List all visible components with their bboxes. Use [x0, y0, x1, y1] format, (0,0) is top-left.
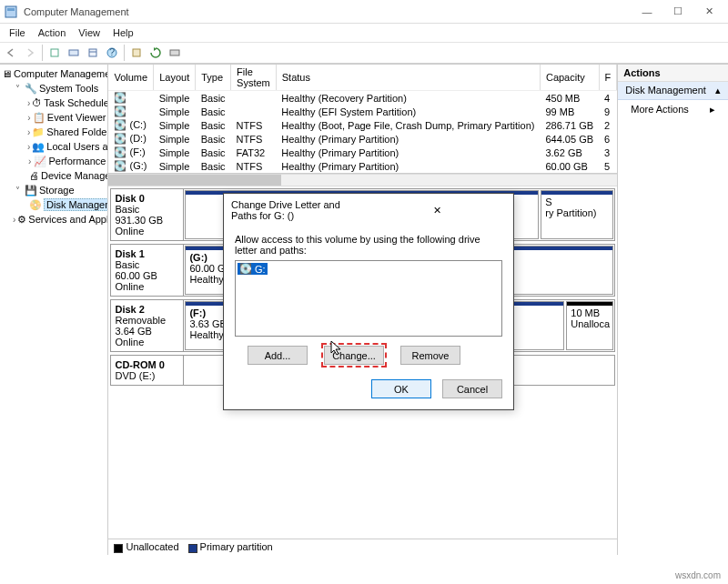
drive-paths-listbox[interactable]: 💽G: [235, 260, 502, 337]
svg-rect-8 [133, 49, 140, 56]
svg-rect-9 [170, 50, 179, 55]
tree-local-users[interactable]: ›👥Local Users and Groups [0, 139, 107, 154]
tree-event-viewer[interactable]: ›📋Event Viewer [0, 110, 107, 125]
services-icon: ⚙ [17, 213, 26, 226]
volume-row[interactable]: 💽 SimpleBasicHealthy (Recovery Partition… [108, 91, 616, 106]
legend: Unallocated Primary partition [108, 539, 617, 555]
col-f[interactable]: F [599, 65, 617, 91]
change-drive-letter-dialog: Change Drive Letter and Paths for G: () … [223, 193, 514, 410]
drive-item-g[interactable]: 💽G: [238, 263, 268, 275]
volume-row[interactable]: 💽 (F:)SimpleBasicFAT32Healthy (Primary P… [108, 146, 616, 159]
toolbar-icon-3[interactable] [84, 44, 102, 62]
svg-rect-1 [7, 8, 15, 11]
toolbar: ? [0, 42, 728, 64]
add-button[interactable]: Add... [248, 346, 308, 365]
navigation-tree[interactable]: 🖥Computer Management (Local ˅🔧System Too… [0, 65, 108, 555]
svg-rect-4 [89, 49, 96, 56]
disk-0-info: Disk 0 Basic 931.30 GB Online [111, 189, 184, 240]
ok-button[interactable]: OK [371, 379, 431, 398]
computer-icon: 🖥 [2, 67, 12, 80]
actions-pane: Actions Disk Management▴ More Actions▸ [618, 65, 728, 555]
col-layout[interactable]: Layout [154, 65, 196, 91]
help-icon[interactable]: ? [103, 44, 121, 62]
dialog-titlebar: Change Drive Letter and Paths for G: () … [224, 194, 513, 227]
disk-2-info: Disk 2 Removable 3.64 GB Online [111, 300, 184, 351]
tools-icon: 🔧 [25, 82, 37, 95]
col-status[interactable]: Status [276, 65, 540, 91]
disk-1-info: Disk 1 Basic 60.00 GB Online [111, 245, 184, 296]
tree-shared-folders[interactable]: ›📁Shared Folders [0, 125, 107, 139]
dialog-close-button[interactable]: ✕ [369, 205, 506, 216]
volume-row[interactable]: 💽 (G:)SimpleBasicNTFSHealthy (Primary Pa… [108, 159, 616, 173]
users-icon: 👥 [32, 140, 45, 153]
event-icon: 📋 [33, 111, 46, 124]
col-capacity[interactable]: Capacity [540, 65, 599, 91]
col-type[interactable]: Type [196, 65, 231, 91]
remove-button[interactable]: Remove [400, 346, 460, 365]
tree-services[interactable]: ›⚙Services and Applications [0, 212, 107, 227]
tree-disk-management[interactable]: 📀Disk Management [0, 197, 107, 212]
svg-rect-0 [5, 6, 16, 17]
menu-view[interactable]: View [73, 25, 106, 40]
volume-row[interactable]: 💽 SimpleBasicHealthy (EFI System Partiti… [108, 105, 616, 118]
tree-task-scheduler[interactable]: ›⏱Task Scheduler [0, 96, 107, 110]
titlebar: Computer Management — ☐ ✕ [0, 0, 728, 24]
dialog-hint: Allow access to this volume by using the… [235, 234, 502, 256]
close-button[interactable]: ✕ [693, 2, 724, 22]
device-icon: 🖨 [29, 169, 39, 182]
volume-row[interactable]: 💽 (C:)SimpleBasicNTFSHealthy (Boot, Page… [108, 118, 616, 132]
more-actions[interactable]: More Actions▸ [618, 100, 728, 119]
minimize-button[interactable]: — [632, 2, 662, 22]
disk-icon: 📀 [29, 198, 42, 211]
col-fs[interactable]: File System [231, 65, 277, 91]
change-button[interactable]: Change... [324, 346, 384, 365]
tree-performance[interactable]: ›📈Performance [0, 154, 107, 168]
actions-header: Actions [618, 65, 728, 82]
maximize-button[interactable]: ☐ [662, 2, 693, 22]
menu-help[interactable]: Help [107, 25, 139, 40]
collapse-icon: ▴ [715, 85, 721, 96]
menu-file[interactable]: File [4, 25, 31, 40]
tree-storage[interactable]: ˅💾Storage [0, 183, 107, 197]
storage-icon: 💾 [25, 184, 37, 196]
folder-icon: 📁 [32, 126, 45, 138]
svg-rect-2 [51, 49, 58, 56]
volume-row[interactable]: 💽 (D:)SimpleBasicNTFSHealthy (Primary Pa… [108, 132, 616, 146]
tree-device-manager[interactable]: 🖨Device Manager [0, 168, 107, 183]
toolbar-icon-4[interactable] [127, 44, 146, 62]
actions-section[interactable]: Disk Management▴ [618, 82, 728, 100]
menu-action[interactable]: Action [33, 25, 72, 40]
refresh-icon[interactable] [147, 44, 165, 62]
app-icon [4, 5, 18, 19]
tree-system-tools[interactable]: ˅🔧System Tools [0, 81, 107, 96]
footer-watermark: wsxdn.com [675, 570, 721, 580]
menubar: File Action View Help [0, 24, 728, 42]
svg-rect-3 [69, 50, 78, 55]
disk-2-unallocated[interactable]: 10 MB Unalloca [566, 301, 613, 350]
toolbar-icon-1[interactable] [46, 44, 64, 62]
svg-text:?: ? [109, 47, 115, 57]
clock-icon: ⏱ [32, 96, 42, 109]
back-button[interactable] [2, 44, 20, 62]
perf-icon: 📈 [34, 155, 46, 167]
cdrom-info: CD-ROM 0 DVD (E:) [111, 356, 184, 385]
tree-root[interactable]: 🖥Computer Management (Local [0, 66, 107, 81]
cancel-button[interactable]: Cancel [442, 379, 502, 398]
chevron-right-icon: ▸ [710, 104, 715, 116]
col-volume[interactable]: Volume [108, 65, 153, 91]
disk-0-partition-tail[interactable]: S ry Partition) [541, 190, 613, 239]
window-title: Computer Management [24, 6, 632, 17]
drive-icon: 💽 [239, 263, 252, 275]
volume-list[interactable]: Volume Layout Type File System Status Ca… [108, 65, 617, 174]
toolbar-icon-2[interactable] [65, 44, 83, 62]
toolbar-icon-5[interactable] [166, 44, 184, 62]
forward-button[interactable] [21, 44, 39, 62]
horizontal-scrollbar[interactable] [108, 174, 617, 186]
dialog-title: Change Drive Letter and Paths for G: () [231, 199, 369, 221]
